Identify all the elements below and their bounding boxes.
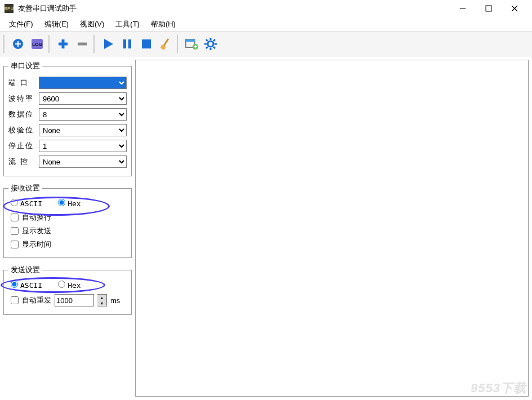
recv-ascii-radio[interactable]: [11, 199, 18, 206]
stop-icon: [139, 37, 154, 51]
window-title: 友善串口调试助手: [18, 3, 450, 14]
receive-settings-group: 接收设置 ASCII Hex 自动换行 显示发送 显示时间: [3, 183, 132, 258]
serial-legend: 串口设置: [8, 61, 42, 71]
toolbar: LOG: [0, 32, 532, 56]
sidebar: 串口设置 端 口 波特率 9600 数据位 8 校验位 None 停止位 1: [0, 56, 135, 400]
clear-button[interactable]: [157, 35, 175, 53]
baud-label: 波特率: [8, 94, 35, 104]
baud-select[interactable]: 9600: [39, 92, 127, 105]
remove-button[interactable]: [73, 35, 91, 53]
pause-icon: [120, 37, 135, 51]
titlebar: SPU 友善串口调试助手: [0, 0, 532, 17]
recv-hex-option[interactable]: Hex: [58, 199, 81, 208]
menu-edit[interactable]: 编辑(E): [40, 18, 73, 30]
window-plus-icon: [184, 37, 199, 51]
interval-unit: ms: [110, 296, 120, 305]
autoresend-checkbox[interactable]: [11, 296, 19, 304]
svg-rect-14: [128, 39, 131, 48]
menubar: 文件(F) 编辑(E) 视图(V) 工具(T) 帮助(H): [0, 17, 532, 32]
connect-button[interactable]: [9, 35, 27, 53]
plus-icon: [56, 37, 70, 51]
parity-label: 校验位: [8, 125, 35, 135]
minimize-button[interactable]: [450, 0, 476, 17]
send-settings-group: 发送设置 ASCII Hex 自动重发 ▲ ▼ ms: [3, 265, 132, 315]
menu-tools[interactable]: 工具(T): [111, 18, 144, 30]
data-label: 数据位: [8, 109, 35, 119]
play-icon: [101, 37, 115, 51]
connect-icon: [11, 37, 25, 51]
svg-line-28: [206, 39, 208, 41]
toolbar-separator: [177, 35, 180, 53]
svg-line-29: [213, 47, 215, 48]
log-icon: LOG: [30, 37, 44, 51]
broom-icon: [158, 37, 173, 51]
interval-spinner[interactable]: ▲ ▼: [97, 294, 107, 306]
svg-rect-1: [486, 6, 491, 11]
interval-input[interactable]: [55, 294, 94, 306]
maximize-button[interactable]: [476, 0, 502, 17]
port-select[interactable]: [39, 77, 127, 89]
send-hex-label: Hex: [68, 281, 81, 290]
send-format-row: ASCII Hex: [8, 281, 127, 290]
recv-format-row: ASCII Hex: [8, 199, 127, 208]
toolbar-separator: [3, 35, 7, 53]
send-hex-option[interactable]: Hex: [58, 281, 81, 290]
new-window-button[interactable]: [182, 35, 200, 53]
recv-ascii-option[interactable]: ASCII: [11, 199, 42, 208]
data-select[interactable]: 8: [39, 108, 127, 121]
spinner-down[interactable]: ▼: [97, 300, 106, 306]
stop-label: 停止位: [8, 141, 35, 151]
showsend-label: 显示发送: [22, 226, 51, 236]
send-legend: 发送设置: [8, 265, 42, 275]
autoresend-label: 自动重发: [22, 295, 51, 305]
send-ascii-option[interactable]: ASCII: [11, 281, 42, 290]
svg-rect-19: [186, 39, 195, 42]
port-label: 端 口: [8, 78, 35, 88]
autowrap-checkbox[interactable]: [11, 214, 19, 221]
svg-rect-13: [123, 39, 126, 48]
menu-file[interactable]: 文件(F): [5, 18, 38, 30]
showsend-checkbox[interactable]: [11, 227, 19, 235]
close-icon: [511, 5, 518, 12]
recv-hex-label: Hex: [68, 199, 81, 208]
settings-button[interactable]: [202, 35, 220, 53]
menu-help[interactable]: 帮助(H): [146, 18, 180, 30]
close-button[interactable]: [502, 0, 527, 17]
watermark: 9553下载: [471, 380, 526, 397]
showtime-label: 显示时间: [22, 239, 51, 250]
stop-button[interactable]: [137, 35, 155, 53]
stop-select[interactable]: 1: [39, 140, 127, 152]
send-hex-radio[interactable]: [58, 281, 65, 288]
recv-ascii-label: ASCII: [20, 199, 42, 208]
parity-select[interactable]: None: [39, 124, 127, 136]
play-button[interactable]: [99, 35, 117, 53]
showtime-checkbox[interactable]: [11, 241, 19, 248]
log-button[interactable]: LOG: [28, 35, 46, 53]
output-area[interactable]: [135, 60, 529, 397]
svg-marker-17: [160, 45, 166, 50]
svg-point-23: [208, 41, 213, 47]
svg-line-31: [206, 47, 208, 48]
pause-button[interactable]: [118, 35, 136, 53]
svg-rect-15: [142, 39, 151, 48]
svg-marker-12: [104, 39, 113, 49]
flow-select[interactable]: None: [39, 155, 127, 168]
toolbar-separator: [48, 35, 52, 53]
flow-label: 流 控: [8, 157, 35, 167]
minimize-icon: [459, 5, 466, 12]
add-button[interactable]: [54, 35, 72, 53]
main-area: 串口设置 端 口 波特率 9600 数据位 8 校验位 None 停止位 1: [0, 56, 532, 400]
maximize-icon: [485, 5, 492, 12]
recv-hex-radio[interactable]: [58, 199, 65, 206]
app-icon: SPU: [5, 4, 14, 13]
minus-icon: [75, 37, 90, 51]
send-ascii-radio[interactable]: [11, 281, 18, 288]
gear-icon: [203, 37, 218, 51]
svg-line-30: [213, 39, 215, 41]
svg-text:LOG: LOG: [32, 42, 42, 47]
spinner-up[interactable]: ▲: [97, 295, 106, 300]
toolbar-separator: [93, 35, 97, 53]
send-ascii-label: ASCII: [20, 281, 42, 290]
menu-view[interactable]: 视图(V): [75, 18, 109, 30]
serial-settings-group: 串口设置 端 口 波特率 9600 数据位 8 校验位 None 停止位 1: [3, 61, 132, 176]
